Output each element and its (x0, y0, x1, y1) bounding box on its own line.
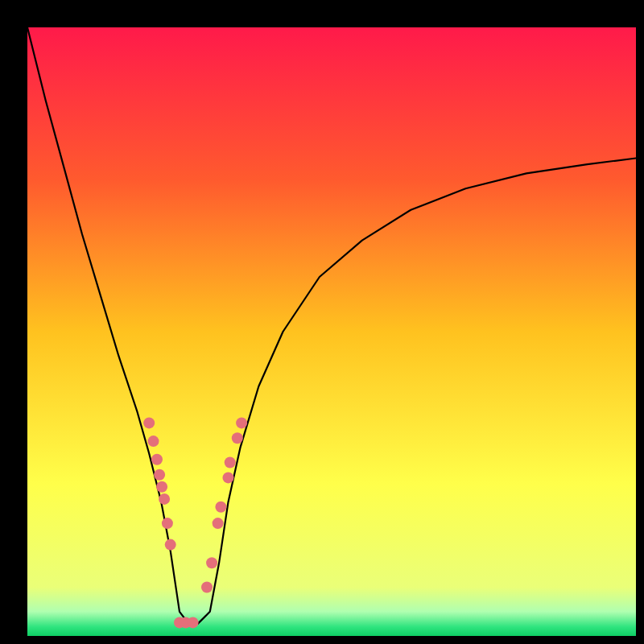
marker-dot (215, 502, 226, 513)
marker-dot (188, 617, 199, 628)
marker-dot (223, 472, 234, 483)
marker-dot (225, 457, 236, 469)
bottleneck-chart (0, 0, 644, 644)
marker-dot (201, 582, 213, 593)
marker-dot (232, 432, 243, 444)
marker-dot (156, 481, 167, 493)
marker-dot (213, 518, 224, 529)
marker-dot (154, 469, 165, 481)
marker-dot (165, 539, 176, 551)
plot-area (27, 27, 636, 636)
marker-dot (206, 557, 217, 568)
marker-dot (151, 454, 163, 465)
marker-dot (143, 417, 155, 428)
marker-dot (159, 493, 170, 505)
chart-container: TheBottleneck.com (0, 0, 644, 644)
marker-dot (236, 417, 247, 428)
marker-dot (148, 436, 159, 447)
marker-dot (162, 518, 173, 529)
